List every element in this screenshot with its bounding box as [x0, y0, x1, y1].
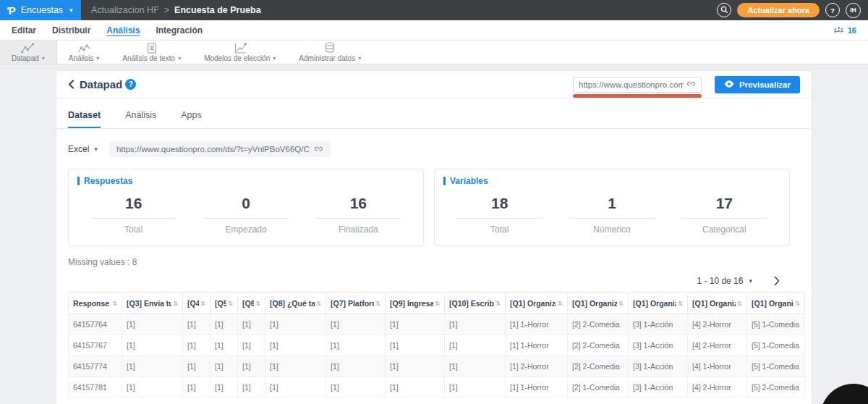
toolbar-item-analisis-de-texto[interactable]: Análisis de texto▾ [111, 41, 192, 64]
breadcrumb: Actualizacion HF > Encuesta de Prueba [81, 0, 717, 20]
chevron-down-icon: ▾ [94, 146, 98, 153]
stat-numerico: 1 Númerico [556, 195, 668, 235]
table-cell: [1] [386, 314, 445, 335]
toolbar-item-datapad[interactable]: Datapad▾ [0, 41, 57, 64]
column-header-label: [Q9] Ingresa tu c... [390, 299, 433, 308]
sort-icon[interactable]: ⇅ [618, 300, 624, 307]
table-cell: [1] 2-Horror [506, 356, 568, 377]
avatar[interactable]: IH [846, 3, 861, 18]
question-mark-icon: ? [129, 80, 133, 88]
table-cell: [1] [445, 335, 506, 356]
export-format-value: Excel [68, 144, 89, 154]
column-header[interactable]: [Q3] Envía tus co...⇅ [122, 293, 183, 314]
sort-icon[interactable]: ⇅ [255, 300, 260, 307]
sort-icon[interactable]: ⇅ [112, 300, 117, 307]
table-cell: [1] [183, 356, 210, 377]
column-header[interactable]: [Q7] Platform Co...⇅ [326, 293, 386, 314]
column-header[interactable]: [Q8] ¿Qué tan sa...⇅ [265, 293, 326, 314]
page-range-select[interactable]: 1 - 10 de 16 ▾ [697, 276, 752, 286]
column-header[interactable]: [Q9] Ingresa tu c...⇅ [386, 293, 445, 314]
nav-item-distribuir[interactable]: Distribuir [52, 25, 90, 35]
search-button[interactable] [717, 3, 731, 17]
column-header-label: [Q1] Organiza las... [510, 299, 556, 308]
preview-button[interactable]: Previsualizar [715, 76, 800, 93]
divider [315, 218, 401, 219]
column-header[interactable]: [Q1] Organiza las...⇅ [568, 293, 629, 314]
column-header[interactable]: [Q4]⇅ [183, 293, 210, 314]
column-header-label: [Q4] [187, 299, 199, 308]
table-cell: [1] [183, 377, 210, 398]
sort-icon[interactable]: ⇅ [375, 300, 380, 307]
sort-icon[interactable]: ⇅ [228, 300, 233, 307]
summary-cards: Respuestas 16 Total 0 Empezado 16 [56, 161, 812, 246]
divider [456, 218, 542, 219]
product-switcher[interactable]: Ƥ Encuestas ▾ [0, 0, 81, 20]
tab-apps[interactable]: Apps [181, 110, 202, 128]
breadcrumb-parent[interactable]: Actualizacion HF [91, 5, 159, 15]
table-cell: [1] [238, 356, 265, 377]
sort-icon[interactable]: ⇅ [173, 300, 178, 307]
table-cell: [4] 1-Horror [688, 356, 747, 377]
column-header-label: Response ID [73, 299, 111, 308]
sort-icon[interactable]: ⇅ [495, 300, 501, 307]
dataset-url-field[interactable]: https://www.questionpro.com/ds/?t=yVnlPB… [109, 141, 331, 157]
column-header[interactable]: [Q6]⇅ [238, 293, 265, 314]
table-cell: [1] [265, 314, 326, 335]
sort-icon[interactable]: ⇅ [795, 300, 800, 307]
stat-label: Total [77, 224, 190, 235]
sort-icon[interactable]: ⇅ [678, 300, 683, 307]
toolbar-item-administrar-datos[interactable]: Administrar datos▾ [287, 41, 373, 64]
column-header[interactable]: [Q1] Organiza las...⇅ [629, 293, 688, 314]
table-cell: [1] [122, 335, 183, 356]
column-header-label: [Q10] Escribe tu ... [449, 299, 494, 308]
page-title: Datapad [80, 78, 122, 91]
chat-widget-button[interactable] [820, 384, 868, 404]
nav-item-editar[interactable]: Editar [12, 25, 36, 35]
sort-icon[interactable]: ⇅ [737, 300, 742, 307]
sort-icon[interactable]: ⇅ [200, 300, 205, 307]
table-cell: [4] 2-Horror [688, 314, 747, 335]
divider [90, 218, 176, 219]
breadcrumb-separator-icon: > [164, 5, 169, 15]
column-header[interactable]: [Q1] Organiza las...⇅ [506, 293, 568, 314]
toolbar-item-analisis[interactable]: Análisis▾ [57, 41, 111, 64]
column-header[interactable]: [Q1] Organiza las...⇅ [747, 293, 805, 314]
column-header[interactable]: [Q10] Escribe tu ...⇅ [445, 293, 506, 314]
export-format-select[interactable]: Excel ▾ [68, 144, 98, 154]
column-header[interactable]: [Q5]⇅ [210, 293, 238, 314]
toolbar-item-label: Administrar datos [299, 54, 355, 62]
responses-table: Response ID⇅[Q3] Envía tus co...⇅[Q4]⇅[Q… [68, 293, 800, 398]
nav-item-analisis[interactable]: Análisis [106, 25, 140, 35]
sort-icon[interactable]: ⇅ [435, 300, 440, 307]
sort-icon[interactable]: ⇅ [558, 300, 563, 307]
table-cell: [1] [122, 314, 183, 335]
table-cell: [1] [386, 356, 445, 377]
sort-icon[interactable]: ⇅ [316, 300, 321, 307]
help-button[interactable]: ? [825, 3, 840, 17]
stat-finalizada: 16 Finalizada [302, 195, 414, 235]
stat-total: 18 Total [443, 195, 556, 235]
share-url-field[interactable]: https://www.questionpro.com/ds/?t=E [573, 77, 702, 93]
table-cell: [3] 1-Acción [629, 377, 688, 398]
respondents-indicator[interactable]: 16 [833, 24, 856, 37]
dataset-url-text: https://www.questionpro.com/ds/?t=yVnlPB… [116, 145, 310, 153]
column-header-label: [Q7] Platform Co... [331, 299, 374, 308]
nav-item-integracion[interactable]: Integración [156, 25, 203, 35]
tab-analisis[interactable]: Análisis [125, 110, 156, 128]
update-now-button[interactable]: Actualizar ahora [737, 3, 820, 17]
back-button[interactable]: Datapad [68, 78, 122, 91]
next-page-button[interactable] [774, 276, 780, 286]
datapad-header: Datapad ? https://www.questionpro.com/ds… [56, 71, 812, 98]
stat-total: 16 Total [77, 195, 190, 235]
column-header[interactable]: Response ID⇅ [69, 293, 122, 314]
tab-dataset[interactable]: Dataset [68, 110, 101, 128]
datapad-help-button[interactable]: ? [125, 79, 136, 90]
link-icon[interactable] [314, 144, 323, 155]
table-cell: [2] 2-Comedia [568, 335, 629, 356]
column-header[interactable]: [Q1] Organiza las...⇅ [688, 293, 747, 314]
column-header-label: [Q1] Organiza las... [572, 299, 617, 308]
link-icon[interactable] [686, 79, 696, 90]
column-header-label: [Q5] [215, 299, 226, 308]
toolbar-item-modelos-de-eleccion[interactable]: Modelos de elección▾ [192, 41, 287, 64]
stat-value: 17 [668, 195, 780, 212]
